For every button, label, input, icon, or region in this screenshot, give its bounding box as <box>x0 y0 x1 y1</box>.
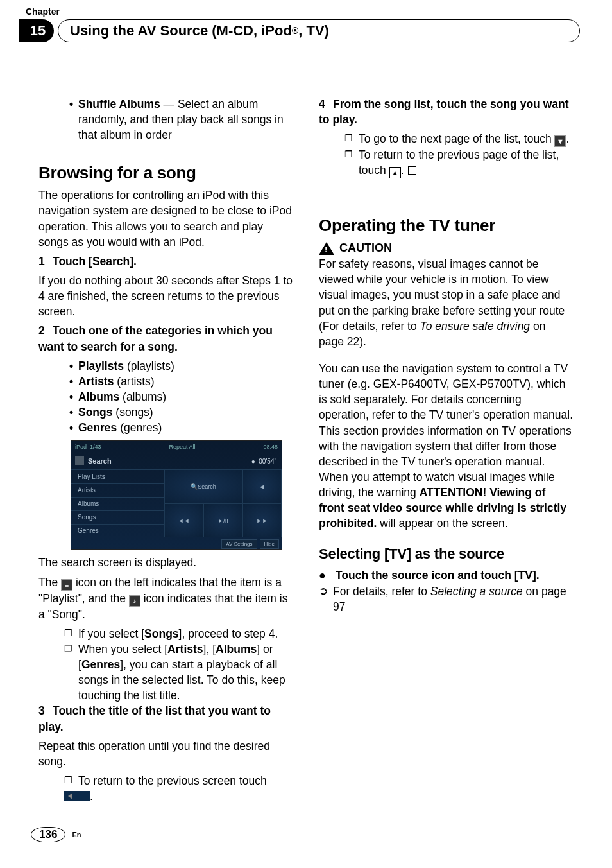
ss-avsettings: AV Settings <box>221 539 257 549</box>
cat-genres: • Genres (genres) <box>64 420 293 435</box>
cat-p: (albums) <box>119 390 166 403</box>
up-icon: ▲ <box>389 167 401 178</box>
t: To ensure safe driving <box>420 320 531 333</box>
bullet-dot: • <box>64 374 78 389</box>
ss-topbar: iPod 1/43 Repeat All 08:48 <box>71 441 282 453</box>
step-3-text: Touch the title of the list that you wan… <box>38 704 271 733</box>
ss-time: ● 00'54" <box>164 453 282 469</box>
tv-ref: ➲ For details, refer to Selecting a sour… <box>319 584 574 614</box>
note-text: To return to the previous screen touch <box>78 773 267 788</box>
warning-icon <box>319 242 334 255</box>
cat-b: Songs <box>78 406 112 419</box>
cat-text: Artists (artists) <box>78 374 155 389</box>
note-icon: ❐ <box>344 131 359 147</box>
shuffle-label: Shuffle Albums <box>78 98 160 110</box>
cat-text: Albums (albums) <box>78 389 166 404</box>
ss-row-playlists: Play Lists <box>71 469 164 483</box>
left-column: • Shuffle Albums — Select an album rando… <box>38 96 293 804</box>
note-icon: ❐ <box>64 641 78 704</box>
ss-count: 1/43 <box>90 444 101 450</box>
step-4-num: 4 <box>319 96 333 112</box>
section-end-icon <box>408 166 416 175</box>
t: When you select [ <box>78 643 167 655</box>
bullet-dot: • <box>64 358 78 374</box>
step-2-num: 2 <box>38 323 53 338</box>
caution-row: CAUTION <box>319 240 574 256</box>
cat-p: (genres) <box>117 421 162 434</box>
ss-repeat: Repeat All <box>169 443 196 451</box>
ss-right-panel: ● 00'54" 🔍 Search ◀ ◄◄ ►/II ►► <box>164 453 282 537</box>
filled-bullet-icon: ● <box>319 568 336 584</box>
ss-row-genres: Genres <box>71 524 164 537</box>
t: To go to the next page of the list, touc… <box>359 132 554 145</box>
t: You can use the navigation system to con… <box>319 362 573 499</box>
note-text: When you select [Artists], [Albums] or [… <box>78 641 293 704</box>
t: If you select [ <box>78 627 144 640</box>
right-column: 4From the song list, touch the song you … <box>319 96 574 804</box>
cat-artists: • Artists (artists) <box>64 374 293 389</box>
playlist-icon: ≡ <box>61 579 72 591</box>
note-icon: ❐ <box>64 626 78 641</box>
bullet-dot: • <box>64 96 78 143</box>
cat-text: Genres (genres) <box>78 420 162 435</box>
search-displayed: The search screen is displayed. <box>38 555 293 570</box>
ss-body: Search Play Lists Artists Albums Songs G… <box>71 453 282 537</box>
browsing-intro: The operations for controlling an iPod w… <box>38 187 293 250</box>
cat-p: (songs) <box>112 406 153 419</box>
back-button-graphic: . <box>38 788 293 804</box>
cat-b: Artists <box>78 375 114 388</box>
cat-albums: • Albums (albums) <box>64 389 293 404</box>
t: Touch the source icon and touch [TV]. <box>336 569 540 582</box>
cat-playlists: • Playlists (playlists) <box>64 358 293 374</box>
ref-arrow-icon: ➲ <box>319 584 333 614</box>
tv-ref-text: For details, refer to Selecting a source… <box>333 584 574 614</box>
step-1-text: Touch [Search]. <box>53 255 137 268</box>
ss-next-btn: ►► <box>242 503 282 537</box>
page: Chapter 15 Using the AV Source (M-CD, iP… <box>0 0 612 868</box>
cat-p: (playlists) <box>124 360 174 372</box>
step-4-text: From the song list, touch the song you w… <box>319 98 569 126</box>
ss-left-list: Search Play Lists Artists Albums Songs G… <box>71 453 164 537</box>
ss-back-btn: ◀ <box>242 469 282 503</box>
ss-prev-btn: ◄◄ <box>164 503 203 537</box>
step-1-title: 1Touch [Search]. <box>38 254 293 269</box>
page-footer: 136 En <box>31 827 81 842</box>
bullet-dot: • <box>64 389 78 404</box>
ss-row-songs: Songs <box>71 510 164 524</box>
t: Songs <box>144 627 178 640</box>
txt: The <box>38 576 61 589</box>
t: will appear on the screen. <box>377 517 507 530</box>
page-header: Chapter 15 Using the AV Source (M-CD, iP… <box>38 19 574 77</box>
ss-play-btn: ►/II <box>203 503 242 537</box>
cat-text: Playlists (playlists) <box>78 358 174 374</box>
ss-clock: 08:48 <box>263 443 278 451</box>
ss-search-lbl: Search <box>198 483 216 490</box>
step-3-note: ❐ To return to the previous screen touch <box>64 773 293 788</box>
title-text-suffix: , TV) <box>298 22 329 39</box>
cat-text: Songs (songs) <box>78 404 153 420</box>
step-1-body: If you do nothing about 30 seconds after… <box>38 273 293 319</box>
ss-bottom: AV Settings Hide <box>71 537 282 550</box>
cat-b: Albums <box>78 390 119 403</box>
t: Genres <box>81 658 120 671</box>
song-icon: ♪ <box>129 595 140 607</box>
caution-body: For safety reasons, visual images cannot… <box>319 256 574 349</box>
shuffle-text: Shuffle Albums — Select an album randoml… <box>78 96 293 143</box>
t: Albums <box>216 643 257 655</box>
content-columns: • Shuffle Albums — Select an album rando… <box>38 96 574 804</box>
t: For details, refer to <box>333 585 430 598</box>
t: Artists <box>167 643 203 655</box>
cat-b: Genres <box>78 421 117 434</box>
selecting-tv-heading: Selecting [TV] as the source <box>319 544 574 564</box>
step-3-num: 3 <box>38 703 53 718</box>
note-songs: ❐ If you select [Songs], proceed to step… <box>64 626 293 641</box>
ss-row-albums: Albums <box>71 497 164 510</box>
period: . <box>90 790 93 803</box>
back-chip-icon <box>64 791 90 801</box>
ss-search-btn: 🔍 Search <box>164 469 242 503</box>
chapter-number-badge: 15 <box>19 19 54 42</box>
ss-title: Search <box>71 453 164 469</box>
note-text: To return to the previous page of the li… <box>359 147 574 178</box>
step-3-title: 3Touch the title of the list that you wa… <box>38 703 293 734</box>
browsing-heading: Browsing for a song <box>38 162 293 185</box>
